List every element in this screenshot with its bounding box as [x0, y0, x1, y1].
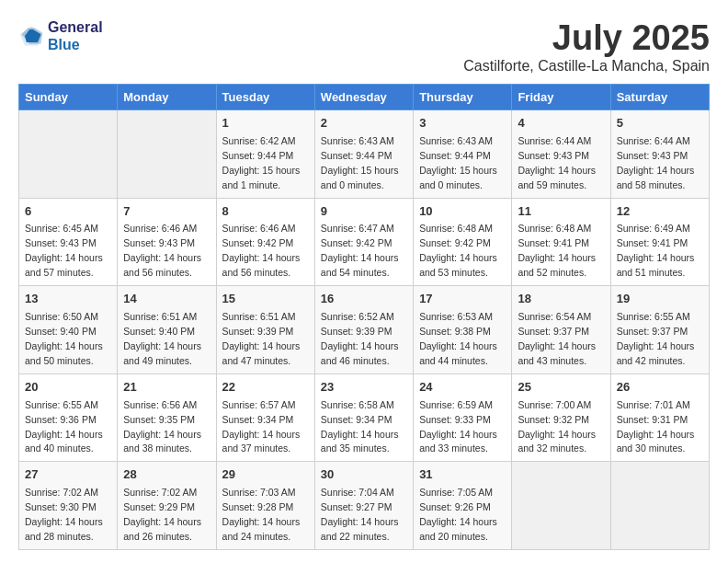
weekday-header-saturday: Saturday: [610, 85, 709, 110]
day-number: 22: [222, 379, 309, 396]
calendar-cell: 30Sunrise: 7:04 AM Sunset: 9:27 PM Dayli…: [314, 462, 413, 550]
day-info: Sunrise: 7:05 AM Sunset: 9:26 PM Dayligh…: [419, 487, 497, 542]
day-info: Sunrise: 6:43 AM Sunset: 9:44 PM Dayligh…: [321, 135, 399, 190]
day-info: Sunrise: 7:04 AM Sunset: 9:27 PM Dayligh…: [321, 487, 399, 542]
day-info: Sunrise: 6:44 AM Sunset: 9:43 PM Dayligh…: [518, 135, 596, 190]
calendar-cell: 5Sunrise: 6:44 AM Sunset: 9:43 PM Daylig…: [610, 110, 709, 199]
weekday-header-sunday: Sunday: [19, 85, 118, 110]
day-number: 16: [321, 291, 407, 308]
calendar-cell: 24Sunrise: 6:59 AM Sunset: 9:33 PM Dayli…: [414, 373, 512, 462]
day-info: Sunrise: 6:52 AM Sunset: 9:39 PM Dayligh…: [321, 311, 399, 366]
day-number: 6: [25, 203, 111, 221]
day-number: 15: [222, 291, 309, 308]
calendar-week-row: 1Sunrise: 6:42 AM Sunset: 9:44 PM Daylig…: [19, 110, 710, 199]
day-info: Sunrise: 6:46 AM Sunset: 9:42 PM Dayligh…: [222, 223, 301, 278]
day-info: Sunrise: 6:49 AM Sunset: 9:41 PM Dayligh…: [617, 223, 695, 278]
logo: General Blue: [18, 18, 103, 53]
day-number: 7: [123, 203, 210, 221]
day-info: Sunrise: 6:47 AM Sunset: 9:42 PM Dayligh…: [321, 223, 399, 278]
day-number: 1: [222, 115, 309, 132]
calendar-cell: 7Sunrise: 6:46 AM Sunset: 9:43 PM Daylig…: [118, 198, 216, 286]
day-number: 21: [123, 379, 210, 396]
day-info: Sunrise: 7:01 AM Sunset: 9:31 PM Dayligh…: [617, 399, 695, 454]
day-number: 2: [321, 115, 407, 132]
calendar-cell: 14Sunrise: 6:51 AM Sunset: 9:40 PM Dayli…: [118, 286, 216, 374]
calendar-cell: 25Sunrise: 7:00 AM Sunset: 9:32 PM Dayli…: [512, 373, 610, 462]
calendar-cell: 18Sunrise: 6:54 AM Sunset: 9:37 PM Dayli…: [512, 286, 610, 374]
day-number: 27: [25, 466, 111, 484]
day-info: Sunrise: 6:46 AM Sunset: 9:43 PM Dayligh…: [123, 223, 201, 278]
day-number: 18: [518, 291, 604, 308]
location-title: Castilforte, Castille-La Mancha, Spain: [463, 58, 710, 75]
day-number: 5: [617, 115, 703, 132]
day-number: 29: [222, 466, 309, 484]
calendar-cell: 2Sunrise: 6:43 AM Sunset: 9:44 PM Daylig…: [314, 110, 413, 199]
day-number: 10: [419, 203, 506, 221]
day-number: 19: [617, 291, 703, 308]
calendar-cell: [19, 110, 118, 199]
calendar-cell: 16Sunrise: 6:52 AM Sunset: 9:39 PM Dayli…: [314, 286, 413, 374]
day-info: Sunrise: 6:50 AM Sunset: 9:40 PM Dayligh…: [25, 311, 103, 366]
calendar-cell: 8Sunrise: 6:46 AM Sunset: 9:42 PM Daylig…: [216, 198, 314, 286]
calendar-cell: 22Sunrise: 6:57 AM Sunset: 9:34 PM Dayli…: [216, 373, 314, 462]
calendar-week-row: 6Sunrise: 6:45 AM Sunset: 9:43 PM Daylig…: [19, 198, 710, 286]
day-number: 26: [617, 379, 703, 396]
weekday-header-monday: Monday: [118, 85, 216, 110]
calendar-cell: 21Sunrise: 6:56 AM Sunset: 9:35 PM Dayli…: [118, 373, 216, 462]
calendar-cell: 28Sunrise: 7:02 AM Sunset: 9:29 PM Dayli…: [118, 462, 216, 550]
day-info: Sunrise: 6:48 AM Sunset: 9:41 PM Dayligh…: [518, 223, 596, 278]
day-info: Sunrise: 6:55 AM Sunset: 9:36 PM Dayligh…: [25, 399, 103, 454]
day-info: Sunrise: 6:51 AM Sunset: 9:39 PM Dayligh…: [222, 311, 301, 366]
calendar-cell: [512, 462, 610, 550]
day-info: Sunrise: 6:48 AM Sunset: 9:42 PM Dayligh…: [419, 223, 497, 278]
day-info: Sunrise: 6:58 AM Sunset: 9:34 PM Dayligh…: [321, 399, 399, 454]
weekday-header-friday: Friday: [512, 85, 610, 110]
day-number: 28: [123, 466, 210, 484]
calendar-cell: 23Sunrise: 6:58 AM Sunset: 9:34 PM Dayli…: [314, 373, 413, 462]
calendar-table: SundayMondayTuesdayWednesdayThursdayFrid…: [18, 84, 710, 550]
month-title: July 2025: [463, 18, 710, 58]
calendar-cell: 29Sunrise: 7:03 AM Sunset: 9:28 PM Dayli…: [216, 462, 314, 550]
day-info: Sunrise: 6:56 AM Sunset: 9:35 PM Dayligh…: [123, 399, 201, 454]
day-number: 23: [321, 379, 407, 396]
calendar-cell: 10Sunrise: 6:48 AM Sunset: 9:42 PM Dayli…: [414, 198, 512, 286]
calendar-cell: 15Sunrise: 6:51 AM Sunset: 9:39 PM Dayli…: [216, 286, 314, 374]
day-number: 20: [25, 379, 111, 396]
day-info: Sunrise: 7:00 AM Sunset: 9:32 PM Dayligh…: [518, 399, 596, 454]
day-number: 13: [25, 291, 111, 308]
calendar-cell: 11Sunrise: 6:48 AM Sunset: 9:41 PM Dayli…: [512, 198, 610, 286]
day-info: Sunrise: 6:59 AM Sunset: 9:33 PM Dayligh…: [419, 399, 497, 454]
calendar-cell: 17Sunrise: 6:53 AM Sunset: 9:38 PM Dayli…: [414, 286, 512, 374]
day-info: Sunrise: 6:43 AM Sunset: 9:44 PM Dayligh…: [419, 135, 497, 190]
day-info: Sunrise: 6:57 AM Sunset: 9:34 PM Dayligh…: [222, 399, 301, 454]
day-number: 8: [222, 203, 309, 221]
title-area: July 2025 Castilforte, Castille-La Manch…: [463, 18, 710, 75]
calendar-cell: 6Sunrise: 6:45 AM Sunset: 9:43 PM Daylig…: [19, 198, 118, 286]
day-number: 12: [617, 203, 703, 221]
day-info: Sunrise: 6:53 AM Sunset: 9:38 PM Dayligh…: [419, 311, 497, 366]
logo-text: General Blue: [48, 18, 103, 53]
calendar-cell: 12Sunrise: 6:49 AM Sunset: 9:41 PM Dayli…: [610, 198, 709, 286]
day-info: Sunrise: 7:02 AM Sunset: 9:30 PM Dayligh…: [25, 487, 103, 542]
weekday-header-wednesday: Wednesday: [314, 85, 413, 110]
logo-icon: [18, 23, 44, 49]
day-number: 30: [321, 466, 407, 484]
day-info: Sunrise: 7:03 AM Sunset: 9:28 PM Dayligh…: [222, 487, 301, 542]
day-number: 24: [419, 379, 506, 396]
calendar-cell: 20Sunrise: 6:55 AM Sunset: 9:36 PM Dayli…: [19, 373, 118, 462]
calendar-cell: 3Sunrise: 6:43 AM Sunset: 9:44 PM Daylig…: [414, 110, 512, 199]
calendar-cell: 13Sunrise: 6:50 AM Sunset: 9:40 PM Dayli…: [19, 286, 118, 374]
day-info: Sunrise: 6:51 AM Sunset: 9:40 PM Dayligh…: [123, 311, 201, 366]
calendar-cell: 31Sunrise: 7:05 AM Sunset: 9:26 PM Dayli…: [414, 462, 512, 550]
day-number: 31: [419, 466, 506, 484]
day-info: Sunrise: 6:42 AM Sunset: 9:44 PM Dayligh…: [222, 135, 301, 190]
calendar-cell: 9Sunrise: 6:47 AM Sunset: 9:42 PM Daylig…: [314, 198, 413, 286]
day-number: 9: [321, 203, 407, 221]
calendar-week-row: 13Sunrise: 6:50 AM Sunset: 9:40 PM Dayli…: [19, 286, 710, 374]
page-header: General Blue July 2025 Castilforte, Cast…: [18, 18, 710, 75]
day-info: Sunrise: 6:55 AM Sunset: 9:37 PM Dayligh…: [617, 311, 695, 366]
calendar-cell: 1Sunrise: 6:42 AM Sunset: 9:44 PM Daylig…: [216, 110, 314, 199]
calendar-week-row: 20Sunrise: 6:55 AM Sunset: 9:36 PM Dayli…: [19, 373, 710, 462]
calendar-week-row: 27Sunrise: 7:02 AM Sunset: 9:30 PM Dayli…: [19, 462, 710, 550]
calendar-cell: [118, 110, 216, 199]
